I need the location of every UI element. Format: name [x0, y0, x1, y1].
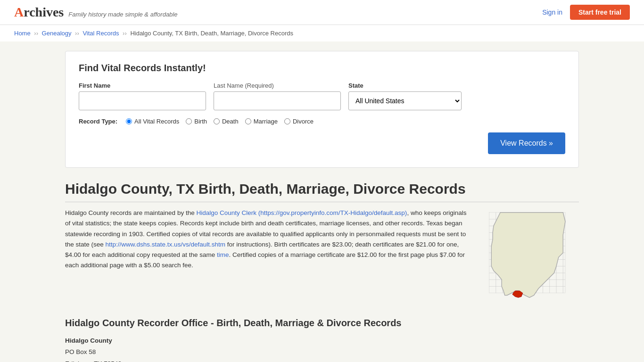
record-type-row: Record Type: All Vital Records Birth Dea…: [79, 118, 565, 125]
radio-divorce[interactable]: Divorce: [284, 118, 314, 125]
last-name-input[interactable]: [214, 91, 341, 110]
office-address2: Edinburg, TX 78540: [65, 358, 579, 362]
radio-death[interactable]: Death: [214, 118, 239, 125]
radio-birth-input[interactable]: [186, 118, 192, 124]
search-box: Find Vital Records Instantly! First Name…: [65, 51, 579, 168]
radio-marriage-input[interactable]: [245, 118, 251, 124]
radio-divorce-input[interactable]: [284, 118, 290, 124]
logo-area: Archives Family history made simple & af…: [14, 5, 177, 20]
first-name-input[interactable]: [79, 91, 206, 110]
view-records-button[interactable]: View Records »: [488, 132, 565, 154]
texas-map-svg: [485, 208, 574, 302]
dshs-link[interactable]: http://www.dshs.state.tx.us/vs/default.s…: [106, 241, 225, 248]
search-title: Find Vital Records Instantly!: [79, 63, 565, 74]
radio-birth[interactable]: Birth: [186, 118, 207, 125]
breadcrumb-vital-records[interactable]: Vital Records: [83, 30, 119, 37]
texas-map: [485, 208, 579, 304]
content-section: Hidalgo County records are maintained by…: [65, 208, 579, 304]
radio-death-input[interactable]: [214, 118, 220, 124]
breadcrumb-current: Hidalgo County, TX Birth, Death, Marriag…: [130, 30, 293, 37]
time-link[interactable]: time: [217, 251, 229, 258]
breadcrumb-sep-1: ››: [34, 30, 40, 37]
search-fields: First Name Last Name (Required) State Al…: [79, 82, 565, 110]
hidalgo-clerk-link[interactable]: Hidalgo County Clerk (https://gov.proper…: [196, 209, 407, 216]
radio-all-vital-input[interactable]: [126, 118, 132, 124]
state-label: State: [348, 82, 462, 89]
page-description-text: Hidalgo County records are maintained by…: [65, 208, 471, 271]
state-select[interactable]: All United States Alabama Alaska Arizona…: [348, 91, 462, 110]
last-name-label: Last Name (Required): [214, 82, 341, 89]
first-name-group: First Name: [79, 82, 206, 110]
page-description: Hidalgo County records are maintained by…: [65, 208, 471, 304]
main-content: Find Vital Records Instantly! First Name…: [51, 41, 593, 362]
radio-all-vital[interactable]: All Vital Records: [126, 118, 179, 125]
start-trial-button[interactable]: Start free trial: [570, 5, 630, 20]
sign-in-link[interactable]: Sign in: [542, 8, 562, 16]
breadcrumb: Home ›› Genealogy ›› Vital Records ›› Hi…: [0, 25, 644, 41]
breadcrumb-home[interactable]: Home: [14, 30, 31, 37]
radio-divorce-label: Divorce: [293, 118, 314, 125]
radio-birth-label: Birth: [194, 118, 207, 125]
record-type-label: Record Type:: [79, 118, 117, 125]
office-info: Hidalgo County PO Box 58 Edinburg, TX 78…: [65, 335, 579, 362]
state-group: State All United States Alabama Alaska A…: [348, 82, 462, 110]
site-tagline: Family history made simple & affordable: [68, 11, 177, 18]
radio-marriage-label: Marriage: [254, 118, 278, 125]
radio-marriage[interactable]: Marriage: [245, 118, 278, 125]
page-title: Hidalgo County, TX Birth, Death, Marriag…: [65, 181, 579, 202]
section2-title: Hidalgo County Recorder Office - Birth, …: [65, 318, 579, 329]
breadcrumb-sep-2: ››: [75, 30, 81, 37]
first-name-label: First Name: [79, 82, 206, 89]
office-address1: PO Box 58: [65, 346, 579, 358]
search-btn-row: View Records »: [79, 132, 565, 154]
header-actions: Sign in Start free trial: [542, 5, 630, 20]
svg-marker-24: [512, 291, 523, 297]
radio-all-vital-label: All Vital Records: [134, 118, 179, 125]
office-name: Hidalgo County: [65, 335, 579, 346]
breadcrumb-sep-3: ››: [123, 30, 128, 37]
site-logo: Archives: [14, 5, 64, 20]
radio-death-label: Death: [222, 118, 239, 125]
site-header: Archives Family history made simple & af…: [0, 0, 644, 25]
last-name-group: Last Name (Required): [214, 82, 341, 110]
svg-marker-23: [491, 213, 565, 298]
breadcrumb-genealogy[interactable]: Genealogy: [42, 30, 72, 37]
